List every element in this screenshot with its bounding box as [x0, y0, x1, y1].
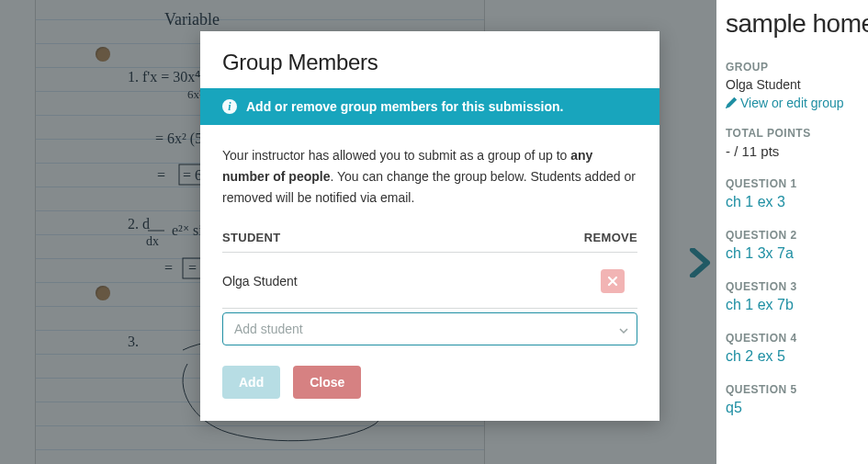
total-points-label: TOTAL POINTS: [726, 127, 868, 140]
pencil-icon: [726, 97, 737, 108]
remove-column-header: REMOVE: [584, 231, 637, 244]
group-members-modal: Group Members i Add or remove group memb…: [200, 31, 659, 421]
group-label: GROUP: [726, 61, 868, 74]
add-student-input[interactable]: [222, 312, 637, 345]
question-label: QUESTION 5: [726, 383, 868, 396]
question-label: QUESTION 3: [726, 280, 868, 293]
question-link[interactable]: ch 1 3x 7a: [726, 245, 868, 262]
question-link[interactable]: ch 1 ex 7b: [726, 297, 868, 313]
student-name: Olga Student: [222, 274, 298, 289]
question-block: QUESTION 5q5: [726, 383, 868, 416]
student-row: Olga Student: [222, 253, 637, 308]
assignment-title: sample home: [726, 9, 868, 39]
close-icon: [607, 276, 618, 287]
modal-description: Your instructor has allowed you to submi…: [222, 145, 637, 209]
question-link[interactable]: q5: [726, 400, 868, 416]
info-icon: i: [222, 99, 237, 114]
question-label: QUESTION 4: [726, 332, 868, 345]
modal-title: Group Members: [200, 31, 659, 88]
question-block: QUESTION 4ch 2 ex 5: [726, 332, 868, 365]
close-button[interactable]: Close: [293, 366, 361, 399]
question-block: QUESTION 1ch 1 ex 3: [726, 177, 868, 210]
modal-info-bar: i Add or remove group members for this s…: [200, 88, 659, 125]
group-name: Olga Student: [726, 77, 868, 92]
edit-group-link[interactable]: View or edit group: [726, 96, 868, 110]
sidebar: sample home GROUP Olga Student View or e…: [716, 0, 868, 464]
points-display: - / 11 pts: [726, 143, 868, 159]
question-block: QUESTION 3ch 1 ex 7b: [726, 280, 868, 313]
question-label: QUESTION 2: [726, 229, 868, 242]
add-button[interactable]: Add: [222, 366, 280, 399]
question-link[interactable]: ch 2 ex 5: [726, 348, 868, 365]
question-label: QUESTION 1: [726, 177, 868, 190]
question-block: QUESTION 2ch 1 3x 7a: [726, 229, 868, 262]
remove-student-button[interactable]: [601, 269, 625, 293]
question-link[interactable]: ch 1 ex 3: [726, 194, 868, 210]
student-column-header: STUDENT: [222, 231, 281, 244]
